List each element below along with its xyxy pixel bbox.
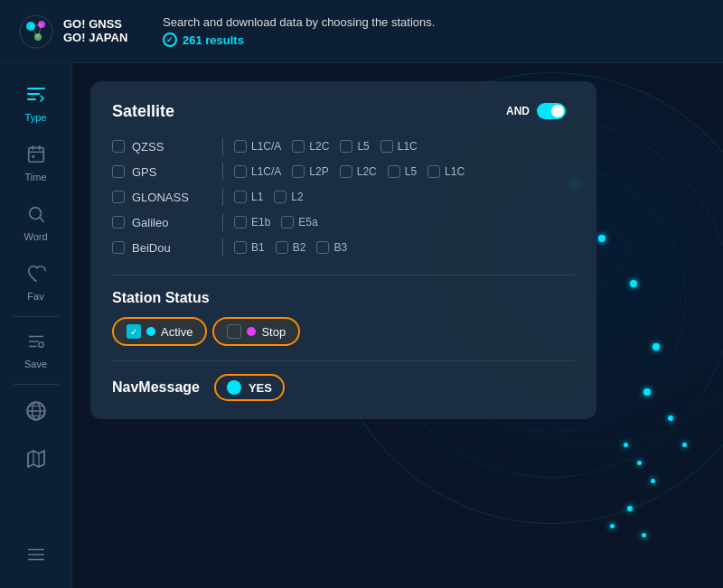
gps-l5-cb[interactable] <box>388 165 400 178</box>
sidebar-item-time[interactable]: Time <box>5 134 68 193</box>
results-count: 261 results <box>183 33 244 47</box>
sat-divider-qzss <box>222 137 223 155</box>
qzss-l1ca[interactable]: L1C/A <box>234 140 281 153</box>
qzss-l5-cb[interactable] <box>340 140 352 153</box>
gps-l1ca-cb[interactable] <box>234 165 247 178</box>
logo-line2: GO! JAPAN <box>63 32 127 44</box>
stop-label: Stop <box>261 325 286 339</box>
header-info: Search and download data by choosing the… <box>163 15 435 47</box>
sat-divider-glonass <box>222 188 223 206</box>
logo-text: GO! GNSS GO! JAPAN <box>63 18 127 44</box>
beidou-b2[interactable]: B2 <box>276 241 306 254</box>
qzss-l5[interactable]: L5 <box>340 140 369 153</box>
glonass-l1[interactable]: L1 <box>234 191 263 203</box>
sat-divider-beidou <box>222 238 223 257</box>
word-search-icon <box>26 204 46 228</box>
header-subtitle: Search and download data by choosing the… <box>163 15 435 29</box>
qzss-l2c-cb[interactable] <box>292 140 305 153</box>
sat-name-glonass: GLONASS <box>112 191 211 204</box>
sat-row-qzss: QZSS L1C/A L2C L5 L1C <box>112 137 575 155</box>
nav-toggle-label: YES <box>249 381 272 395</box>
gps-checkbox[interactable] <box>112 165 125 178</box>
beidou-b1[interactable]: B1 <box>234 241 265 254</box>
qzss-l1c-cb[interactable] <box>380 140 393 153</box>
logo-icon <box>18 14 54 50</box>
gps-l2p-cb[interactable] <box>292 165 305 178</box>
and-toggle-switch[interactable] <box>537 103 566 119</box>
svg-line-13 <box>40 218 43 221</box>
sidebar-item-fav[interactable]: Fav <box>5 253 68 313</box>
sat-row-galileo: Galileo E1b E5a <box>112 213 575 231</box>
station-status-title: Station Status <box>112 290 575 306</box>
sidebar-item-word[interactable]: Word <box>5 193 68 253</box>
sat-row-beidou: BeiDou B1 B2 B3 <box>112 238 575 257</box>
svg-rect-7 <box>28 148 43 163</box>
sidebar-item-type[interactable]: Type <box>5 72 68 134</box>
gps-l2c-cb[interactable] <box>340 165 352 178</box>
qzss-l1ca-cb[interactable] <box>234 140 247 153</box>
time-icon <box>26 145 46 168</box>
main-content: Satellite AND QZSS L1C/A L2C L5 L1C <box>72 63 723 588</box>
filter-panel: Satellite AND QZSS L1C/A L2C L5 L1C <box>90 81 596 419</box>
nav-toggle-ball <box>227 380 241 395</box>
beidou-b3[interactable]: B3 <box>316 241 347 254</box>
satellite-section-header: Satellite AND <box>112 99 575 123</box>
glonass-options: L1 L2 <box>234 191 304 203</box>
sidebar-fav-label: Fav <box>27 291 43 302</box>
beidou-b1-cb[interactable] <box>234 241 247 254</box>
galileo-e1b-cb[interactable] <box>234 216 247 229</box>
active-status-button[interactable]: ✓ Active <box>112 317 207 346</box>
galileo-e1b[interactable]: E1b <box>234 216 270 229</box>
sidebar-word-label: Word <box>23 231 47 242</box>
beidou-b3-cb[interactable] <box>316 241 329 254</box>
map-icon <box>25 448 47 473</box>
results-check-icon: ✓ <box>163 33 177 47</box>
galileo-options: E1b E5a <box>234 216 318 229</box>
beidou-options: B1 B2 B3 <box>234 241 347 254</box>
glonass-l1-cb[interactable] <box>234 191 247 203</box>
stop-dot <box>247 327 256 336</box>
status-options: ✓ Active Stop <box>112 317 575 346</box>
gps-l2p[interactable]: L2P <box>292 165 328 178</box>
sidebar-item-globe[interactable] <box>5 388 68 437</box>
svg-point-0 <box>20 15 52 48</box>
list-icon <box>26 545 46 568</box>
fav-icon <box>26 264 46 287</box>
satellite-rows: QZSS L1C/A L2C L5 L1C GPS L1C/A <box>112 137 575 257</box>
save-icon <box>26 331 46 355</box>
sidebar-item-list[interactable] <box>5 534 68 579</box>
galileo-checkbox[interactable] <box>112 216 125 229</box>
active-dot <box>146 327 155 336</box>
globe-icon <box>24 399 48 426</box>
qzss-l1c[interactable]: L1C <box>380 140 418 153</box>
qzss-checkbox[interactable] <box>112 140 125 153</box>
gps-l5[interactable]: L5 <box>388 165 417 178</box>
stop-status-button[interactable]: Stop <box>212 317 300 346</box>
sidebar-divider-1 <box>14 316 59 317</box>
glonass-checkbox[interactable] <box>112 191 125 203</box>
navmessage-toggle[interactable]: YES <box>214 374 285 401</box>
sidebar-time-label: Time <box>24 172 46 182</box>
sidebar-item-map[interactable] <box>5 437 68 484</box>
gps-l1ca[interactable]: L1C/A <box>234 165 281 178</box>
and-toggle[interactable]: AND <box>497 99 575 123</box>
glonass-l2[interactable]: L2 <box>274 191 303 203</box>
stop-checkbox-empty[interactable] <box>227 324 241 339</box>
gps-l2c[interactable]: L2C <box>340 165 377 178</box>
qzss-l2c[interactable]: L2C <box>292 140 329 153</box>
galileo-e5a-cb[interactable] <box>281 216 294 229</box>
beidou-checkbox[interactable] <box>112 241 125 254</box>
sidebar-item-save[interactable]: Save <box>5 321 68 380</box>
sat-name-qzss: QZSS <box>112 140 211 154</box>
active-label: Active <box>161 325 192 339</box>
glonass-l2-cb[interactable] <box>274 191 286 203</box>
station-status-section: Station Status ✓ Active Stop <box>112 275 575 346</box>
sat-name-gps: GPS <box>112 165 211 179</box>
gps-l1c[interactable]: L1C <box>427 165 465 178</box>
galileo-e5a[interactable]: E5a <box>281 216 317 229</box>
type-icon <box>25 83 47 108</box>
beidou-b2-cb[interactable] <box>276 241 288 254</box>
gps-l1c-cb[interactable] <box>427 165 440 178</box>
active-checkbox-checked[interactable]: ✓ <box>127 324 141 339</box>
sat-name-galileo: Galileo <box>112 216 211 229</box>
